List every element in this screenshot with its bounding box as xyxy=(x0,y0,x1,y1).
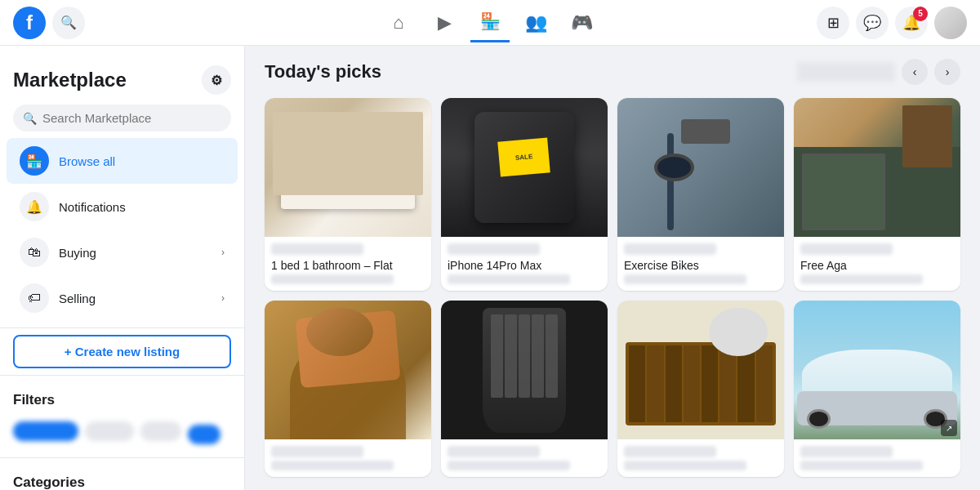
search-icon: 🔍 xyxy=(60,15,77,30)
groups-icon: 👥 xyxy=(525,12,547,33)
section-title: Today's picks xyxy=(265,61,381,82)
listing-card-car[interactable]: ↗ xyxy=(794,301,960,477)
nav-gaming-button[interactable]: 🎮 xyxy=(562,3,601,42)
listing-price-blur xyxy=(271,446,363,457)
listing-card-flat[interactable]: 1 bed 1 bathroom – Flat xyxy=(265,98,431,291)
listing-sub-blur xyxy=(448,274,570,284)
divider xyxy=(0,327,244,328)
nav-video-button[interactable]: ▶ xyxy=(425,3,464,42)
listing-image-iphone: SALE xyxy=(441,98,608,237)
main-layout: Marketplace ⚙ 🔍 🏪 Browse all 🔔 Notificat… xyxy=(0,46,980,490)
notifications-badge: 5 xyxy=(913,7,928,21)
phone-sticker: SALE xyxy=(498,137,551,176)
buying-label: Buying xyxy=(59,246,96,260)
listing-image-flat xyxy=(265,98,431,237)
nav-center: ⌂ ▶ 🏪 👥 🎮 xyxy=(258,3,722,42)
create-new-listing-button[interactable]: + Create new listing xyxy=(13,335,231,368)
messenger-button[interactable]: 💬 xyxy=(856,7,889,39)
listing-image-sculpture xyxy=(441,301,608,439)
gaming-icon: 🎮 xyxy=(571,12,593,33)
sidebar-item-notifications[interactable]: 🔔 Notifications xyxy=(7,184,238,229)
selling-label: Selling xyxy=(59,292,96,305)
listing-title-bikes: Exercise Bikes xyxy=(624,258,777,273)
facebook-logo[interactable]: f xyxy=(13,7,46,39)
divider xyxy=(0,375,244,376)
listing-image-bikes xyxy=(617,98,784,237)
listing-info-flat: 1 bed 1 bathroom – Flat xyxy=(265,237,431,291)
listing-sub-blur xyxy=(624,274,746,284)
listing-price-blur xyxy=(271,243,363,255)
filter-tags-container xyxy=(0,415,244,451)
listing-image-chair xyxy=(265,301,431,439)
listing-price-blur xyxy=(448,446,540,457)
listing-price-blur xyxy=(448,243,540,255)
notifications-label: Notifications xyxy=(59,200,126,214)
sidebar-title: Marketplace ⚙ xyxy=(0,59,244,105)
categories-section-title: Categories xyxy=(0,465,244,490)
listing-info-aga: Free Aga xyxy=(794,237,960,291)
nav-left: f 🔍 xyxy=(13,7,258,39)
listing-card-sculpture[interactable] xyxy=(441,301,608,477)
listing-sub-blur xyxy=(800,274,923,284)
listing-price-blur xyxy=(624,446,716,457)
sidebar-item-browse-all[interactable]: 🏪 Browse all xyxy=(7,138,238,184)
section-header: Today's picks ‹ › xyxy=(265,59,960,85)
divider xyxy=(0,457,244,458)
notifications-button[interactable]: 🔔 5 xyxy=(895,7,928,39)
listing-image-car: ↗ xyxy=(794,301,960,439)
nav-marketplace-button[interactable]: 🏪 xyxy=(470,3,510,42)
notifications-icon: 🔔 xyxy=(20,192,49,221)
listing-info-bikes: Exercise Bikes xyxy=(617,237,784,291)
top-navigation: f 🔍 ⌂ ▶ 🏪 👥 🎮 ⊞ 💬 🔔 5 xyxy=(0,0,980,46)
nav-right: ⊞ 💬 🔔 5 xyxy=(722,7,967,39)
grid-menu-button[interactable]: ⊞ xyxy=(817,7,849,39)
grid-icon: ⊞ xyxy=(827,14,840,32)
filter-tag-2[interactable] xyxy=(85,421,134,441)
buying-icon: 🛍 xyxy=(20,238,49,267)
next-arrow-button[interactable]: › xyxy=(934,59,960,85)
nav-search-button[interactable]: 🔍 xyxy=(52,7,85,39)
listing-sub-blur xyxy=(448,461,570,470)
listing-info-chair xyxy=(265,439,431,477)
external-link-icon: ↗ xyxy=(941,420,957,436)
selling-icon: 🏷 xyxy=(20,283,49,313)
prev-arrow-button[interactable]: ‹ xyxy=(902,59,928,85)
messenger-icon: 💬 xyxy=(863,14,881,32)
filter-tag-1[interactable] xyxy=(13,421,78,441)
chevron-right-icon: › xyxy=(221,247,225,258)
listings-grid-row2: ↗ xyxy=(265,301,960,477)
listings-grid-row1: 1 bed 1 bathroom – Flat SALE iPhone 14Pr… xyxy=(265,98,960,291)
listing-title-aga: Free Aga xyxy=(800,258,954,273)
filter-tag-4[interactable] xyxy=(188,425,220,444)
listing-card-iphone[interactable]: SALE iPhone 14Pro Max xyxy=(441,98,608,291)
nav-home-button[interactable]: ⌂ xyxy=(379,3,418,42)
search-marketplace-input[interactable] xyxy=(13,105,231,131)
listing-sub-blur xyxy=(624,461,746,470)
sidebar-item-selling[interactable]: 🏷 Selling › xyxy=(7,275,238,321)
gear-icon: ⚙ xyxy=(211,73,222,88)
avatar-button[interactable] xyxy=(934,7,967,39)
video-icon: ▶ xyxy=(438,12,452,33)
marketplace-icon: 🏪 xyxy=(480,11,501,31)
sidebar: Marketplace ⚙ 🔍 🏪 Browse all 🔔 Notificat… xyxy=(0,46,245,490)
nav-groups-button[interactable]: 👥 xyxy=(516,3,555,42)
listing-info-bedframe xyxy=(617,439,784,477)
sidebar-item-buying[interactable]: 🛍 Buying › xyxy=(7,229,238,275)
listing-image-bedframe xyxy=(617,301,784,439)
filter-tag-3[interactable] xyxy=(140,421,181,441)
listing-sub-blur xyxy=(271,274,394,284)
search-icon: 🔍 xyxy=(23,112,37,125)
search-marketplace-container: 🔍 xyxy=(13,105,231,131)
listing-card-bikes[interactable]: Exercise Bikes xyxy=(617,98,784,291)
listing-card-bedframe[interactable] xyxy=(617,301,784,477)
settings-gear-button[interactable]: ⚙ xyxy=(202,65,231,95)
listing-info-car xyxy=(794,439,960,477)
listing-card-chair[interactable] xyxy=(265,301,431,477)
listing-info-iphone: iPhone 14Pro Max xyxy=(441,237,608,291)
listing-image-aga xyxy=(794,98,960,237)
listing-card-aga[interactable]: Free Aga xyxy=(794,98,960,291)
listing-title-flat: 1 bed 1 bathroom – Flat xyxy=(271,258,425,273)
listing-info-sculpture xyxy=(441,439,608,477)
listing-price-blur xyxy=(624,243,716,255)
listing-price-blur xyxy=(800,446,893,457)
